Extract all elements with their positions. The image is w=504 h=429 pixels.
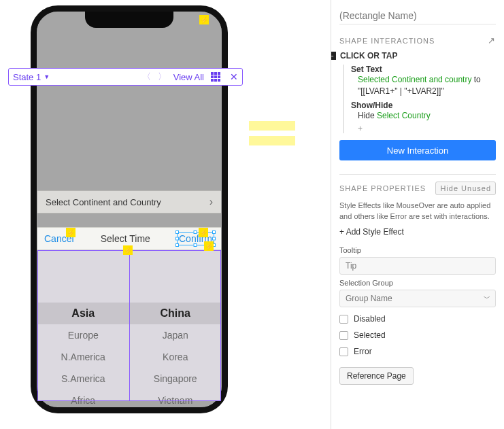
- next-state-button[interactable]: 〉: [158, 71, 167, 83]
- widget-name-input[interactable]: [339, 7, 496, 24]
- view-all-button[interactable]: View All: [173, 72, 204, 82]
- picker-option[interactable]: S.America: [37, 368, 129, 390]
- collapse-icon[interactable]: −: [331, 52, 336, 60]
- picker-option[interactable]: N.America: [37, 346, 129, 368]
- action-name[interactable]: Set Text: [351, 65, 496, 74]
- selected-checkbox-row[interactable]: Selected: [339, 330, 496, 340]
- checkbox-icon[interactable]: [339, 347, 348, 356]
- highlight-strip: [249, 136, 295, 145]
- lightning-icon: ⚡: [66, 228, 75, 237]
- helper-text: Style Effects like MouseOver are auto ap…: [339, 201, 496, 222]
- selection-group-label: Selection Group: [339, 279, 496, 287]
- picker-title: Select Time: [101, 233, 150, 244]
- picker-column-continent[interactable]: Asia Europe N.America S.America Africa: [37, 251, 130, 401]
- action-target: Selected Continent and country: [358, 75, 471, 84]
- prev-state-button[interactable]: 〈: [142, 71, 151, 83]
- checkbox-label: Disabled: [354, 314, 386, 324]
- hide-unused-button[interactable]: Hide Unused: [435, 182, 496, 195]
- select-continent-row[interactable]: Select Continent and Country ›: [37, 190, 221, 213]
- select-row-label: Select Continent and Country: [46, 197, 161, 207]
- highlight-strip: [249, 121, 295, 131]
- lightning-icon: ⚡: [199, 228, 208, 237]
- picker-option[interactable]: Europe: [37, 324, 129, 346]
- picker-option[interactable]: Japan: [130, 324, 222, 346]
- picker-option[interactable]: Asia: [37, 303, 129, 324]
- action-expression: "[[LVAR1+" | "+LVAR2]]": [358, 86, 444, 96]
- action-target: Select Country: [377, 111, 431, 120]
- popout-icon[interactable]: ↗: [488, 35, 496, 46]
- picker-option[interactable]: China: [130, 303, 222, 324]
- dynamic-panel-toolbar: State 1 ▼ 〈 〉 View All ✕: [8, 68, 243, 86]
- chevron-right-icon: ›: [209, 196, 213, 208]
- reference-page-button[interactable]: Reference Page: [339, 367, 414, 385]
- interaction-block: Set Text Selected Continent and country …: [343, 65, 496, 133]
- picker-option[interactable]: Singapore: [130, 368, 222, 390]
- add-action-button[interactable]: +: [358, 124, 496, 133]
- tooltip-label: Tooltip: [339, 246, 496, 254]
- checkbox-label: Error: [354, 347, 372, 356]
- state-label: State 1: [13, 72, 41, 82]
- caret-down-icon: ▼: [44, 73, 50, 80]
- picker-column-country[interactable]: China Japan Korea Singapore Vietnam: [130, 251, 222, 401]
- tooltip-input[interactable]: [339, 257, 496, 275]
- error-checkbox-row[interactable]: Error: [339, 347, 496, 356]
- picker-body[interactable]: Asia Europe N.America S.America Africa C…: [37, 250, 221, 401]
- picker-option[interactable]: Africa: [37, 390, 129, 411]
- lightning-icon: ⚡: [204, 241, 214, 251]
- event-name[interactable]: CLICK OR TAP: [340, 51, 397, 61]
- close-icon[interactable]: ✕: [230, 71, 238, 82]
- new-interaction-button[interactable]: New Interaction: [339, 140, 496, 160]
- add-style-effect-button[interactable]: + Add Style Effect: [339, 227, 496, 237]
- shape-properties-heading: SHAPE PROPERTIES: [339, 184, 426, 192]
- lightning-icon: ⚡: [123, 245, 133, 255]
- grid-icon[interactable]: [211, 72, 220, 82]
- disabled-checkbox-row[interactable]: Disabled: [339, 314, 496, 324]
- action-name[interactable]: Show/Hide: [351, 101, 496, 110]
- action-detail: Hide Select Country: [358, 110, 496, 122]
- action-detail: Selected Continent and country to "[[LVA…: [358, 74, 496, 97]
- picker-option[interactable]: Vietnam: [130, 390, 222, 411]
- checkbox-icon[interactable]: [339, 315, 348, 324]
- state-dropdown[interactable]: State 1 ▼: [13, 72, 50, 82]
- properties-panel: SHAPE INTERACTIONS ↗ − CLICK OR TAP Set …: [331, 0, 504, 429]
- lightning-icon: ⚡: [199, 15, 209, 24]
- selection-group-select[interactable]: [339, 290, 496, 307]
- checkbox-icon[interactable]: [339, 331, 348, 340]
- divider: [339, 174, 496, 175]
- checkbox-label: Selected: [354, 330, 386, 340]
- design-canvas[interactable]: ⚡ ⚡ ⚡ ⚡ ⚡ State 1 ▼ 〈 〉 View All ✕ Selec…: [0, 0, 331, 429]
- picker-option[interactable]: Korea: [130, 346, 222, 368]
- shape-interactions-heading: SHAPE INTERACTIONS: [339, 37, 435, 45]
